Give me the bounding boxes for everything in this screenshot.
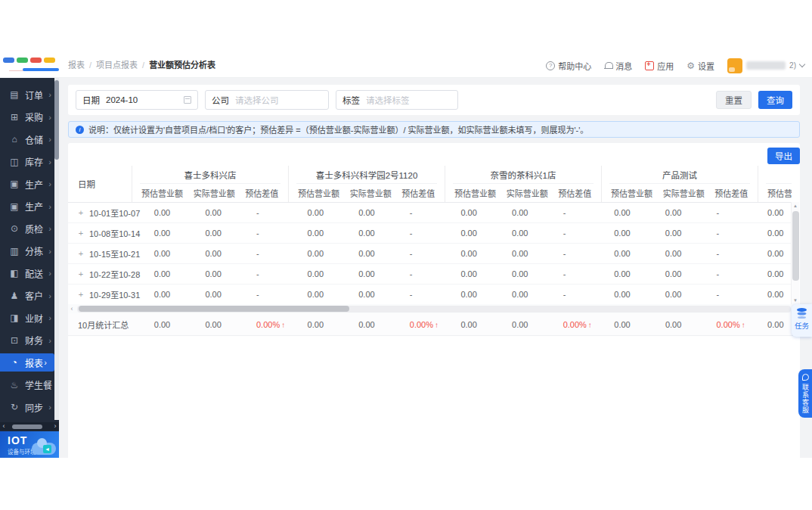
vscroll-thumb[interactable] (792, 211, 799, 281)
production-icon-2: ▣ (9, 201, 20, 212)
table-cell: - (247, 229, 299, 238)
table-horizontal-scrollbar[interactable]: ‹ › (68, 304, 800, 313)
summary-cell: 0.00 (145, 320, 197, 329)
table-cell: 0.00 (299, 290, 350, 299)
table-cell: 0.00 (145, 249, 197, 258)
customer-service-float-button[interactable]: 联系客服 (798, 369, 812, 418)
chevron-right-icon: › (48, 157, 51, 166)
sidebar-item-business-finance[interactable]: ◨业财› (0, 309, 59, 327)
chevron-right-icon: › (48, 269, 51, 278)
sidebar-horizontal-scrollbar[interactable]: ‹ › (0, 422, 59, 431)
scroll-down-icon[interactable]: ▼ (792, 297, 799, 304)
expand-row-icon[interactable]: + (77, 290, 85, 299)
tag-label: 标签 (342, 94, 360, 106)
export-button[interactable]: 导出 (767, 148, 800, 164)
expand-row-icon[interactable]: + (77, 229, 85, 238)
sidebar-item-inventory[interactable]: ◫库存› (0, 153, 59, 171)
sidebar-item-label: 质检 (25, 222, 43, 235)
help-icon: ? (546, 61, 555, 70)
tag-select[interactable]: 标签 请选择标签 (336, 90, 458, 110)
info-icon: i (76, 126, 84, 134)
help-center-button[interactable]: ? 帮助中心 (546, 60, 591, 72)
apps-button[interactable]: 应用 (645, 60, 674, 72)
scroll-up-icon[interactable]: ▲ (792, 202, 799, 210)
vscroll-track[interactable] (792, 210, 798, 297)
breadcrumb-item: 营业额预估分析表 (149, 61, 215, 70)
column-subheader: 预估差值 (705, 187, 758, 199)
task-label: 任务 (795, 320, 809, 331)
iot-banner[interactable]: IOT 设备与环境 ◄ (0, 431, 59, 458)
table-cell: - (707, 290, 758, 299)
breadcrumb-item[interactable]: 报表 (68, 61, 85, 70)
column-header-date: 日期 (68, 166, 132, 202)
report-table-card: 导出 日期喜士多科兴店预估营业额实际营业额预估差值喜士多科兴科学园2号1120预… (68, 143, 800, 458)
table-cell: 0.00 (605, 290, 656, 299)
expand-row-icon[interactable]: + (77, 208, 85, 217)
table-vertical-scrollbar[interactable]: ▲ ▼ (791, 202, 799, 304)
table-cell: - (401, 269, 452, 278)
sidebar-vertical-scrollbar-thumb[interactable] (54, 80, 59, 160)
table-cell: - (554, 249, 606, 258)
arrow-up-icon: ↑ (742, 321, 745, 329)
sidebar-item-production-2[interactable]: ▣生产› (0, 197, 59, 216)
chevron-right-icon: › (48, 291, 51, 300)
date-picker[interactable]: 日期 2024-10 (76, 90, 198, 110)
sidebar-item-label: 业财 (25, 312, 43, 325)
order-icon: ▤ (9, 89, 20, 100)
column-subheader: 实际营业额 (341, 187, 393, 199)
sidebar-item-warehouse[interactable]: ⌂仓储› (0, 130, 59, 148)
chevron-right-icon: › (48, 90, 51, 99)
bell-icon (604, 61, 612, 70)
sidebar-item-reports[interactable]: ◔报表› (0, 353, 54, 372)
sidebar-item-delivery[interactable]: ◧配送› (0, 264, 59, 282)
finance-icon: ⊡ (9, 335, 20, 346)
date-value: 2024-10 (106, 95, 138, 104)
scroll-left-icon[interactable]: ‹ (68, 304, 76, 313)
row-date-label: 10-15至10-21 (89, 247, 140, 260)
sidebar-menu: ▤订单›⊞采购›⌂仓储›◫库存›▣生产›▣生产›⊙质检›▥分拣›◧配送›♟客户›… (0, 86, 59, 421)
main-content: 日期 2024-10 公司 请选择公司 标签 请选择标签 重置 查询 i 说明：… (59, 78, 812, 458)
row-date-label: 10-01至10-07 (89, 207, 140, 219)
sidebar-hscroll-thumb[interactable] (12, 424, 42, 429)
production-icon: ▣ (9, 179, 20, 189)
breadcrumb-item[interactable]: 项目点报表 (96, 61, 138, 70)
hscroll-track[interactable] (77, 306, 791, 313)
sidebar-item-finance[interactable]: ⊡财务› (0, 331, 59, 350)
user-menu[interactable]: 2) (727, 58, 804, 73)
summary-cell: 0.00 (349, 320, 401, 329)
table-cell: 0.00 (605, 229, 656, 238)
arrow-up-icon: ↑ (281, 321, 285, 329)
sidebar-item-production-1[interactable]: ▣生产› (0, 175, 59, 193)
row-date-label: 10-22至10-28 (89, 268, 140, 280)
expand-row-icon[interactable]: + (77, 269, 85, 278)
sidebar-vertical-scrollbar[interactable] (54, 78, 59, 420)
column-group-title: 产品测试 (609, 166, 750, 184)
expand-row-icon[interactable]: + (77, 249, 85, 258)
date-label: 日期 (82, 94, 100, 106)
sidebar-item-quality-check[interactable]: ⊙质检› (0, 219, 59, 238)
sidebar-hscroll-track (8, 424, 51, 429)
sidebar-item-sync[interactable]: ↻同步› (0, 398, 59, 416)
sidebar-item-orders[interactable]: ▤订单› (0, 86, 59, 104)
column-subheader: 预估差值 (392, 187, 445, 199)
messages-button[interactable]: 消息 (604, 60, 632, 72)
column-group-title: 喜士多科兴店 (140, 166, 280, 184)
task-float-button[interactable]: 任务 (792, 304, 812, 337)
apps-label: 应用 (657, 60, 674, 72)
hscroll-thumb[interactable] (79, 306, 349, 312)
settings-button[interactable]: ⚙ 设置 (686, 60, 714, 72)
table-cell: - (707, 208, 758, 217)
table-cell: 0.00 (349, 229, 401, 238)
table-header: 日期喜士多科兴店预估营业额实际营业额预估差值喜士多科兴科学园2号1120预估营业… (68, 166, 792, 203)
sidebar-item-sorting[interactable]: ▥分拣› (0, 242, 59, 260)
company-select[interactable]: 公司 请选择公司 (205, 90, 329, 110)
sidebar-item-procurement[interactable]: ⊞采购› (0, 108, 59, 126)
scroll-right-icon[interactable]: › (51, 422, 59, 431)
column-subheader: 实际营业额 (184, 187, 237, 199)
query-button[interactable]: 查询 (758, 91, 792, 109)
sidebar-item-student-meal[interactable]: ♨学生餐 (0, 376, 59, 394)
chevron-right-icon: › (48, 224, 51, 233)
reset-button[interactable]: 重置 (716, 91, 752, 109)
sidebar-item-customers[interactable]: ♟客户› (0, 287, 59, 305)
scroll-left-icon[interactable]: ‹ (0, 422, 8, 431)
